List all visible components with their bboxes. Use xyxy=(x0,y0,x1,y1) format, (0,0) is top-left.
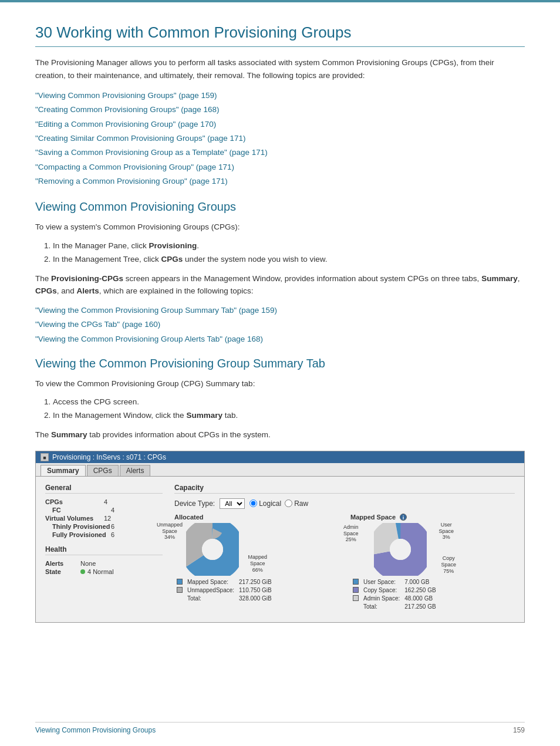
radio-logical[interactable]: Logical xyxy=(249,499,281,508)
mapped-swatch xyxy=(177,579,183,585)
copy-swatch xyxy=(353,587,359,593)
state-value: 4 Normal xyxy=(80,568,114,575)
fc-row: FC 4 xyxy=(45,507,163,514)
vv-label: Virtual Volumes xyxy=(45,515,104,522)
copy-pie-label: CopySpace75% xyxy=(441,555,456,574)
radio-logical-label: Logical xyxy=(259,499,281,508)
page-container: 30 Working with Common Provisioning Grou… xyxy=(0,0,560,746)
tab-summary[interactable]: Summary xyxy=(41,465,86,476)
unmapped-pie-label: UnmappedSpace34% xyxy=(157,522,183,541)
state-text: 4 Normal xyxy=(87,568,114,575)
toc-link-3[interactable]: "Editing a Common Provisioning Group" (p… xyxy=(35,117,525,131)
toc-link-5[interactable]: "Saving a Common Provisioning Group as a… xyxy=(35,146,525,160)
mapped-space-chart-section: Mapped Space i xyxy=(350,514,515,610)
section2-intro: To view the Common Provisioning Group (C… xyxy=(35,377,525,390)
titlebar-icon: ■ xyxy=(41,453,49,461)
section1-links: "Viewing the Common Provisioning Group S… xyxy=(35,303,525,346)
info-icon: i xyxy=(400,514,407,521)
device-type-label: Device Type: xyxy=(174,499,215,508)
thinly-value: 6 xyxy=(111,523,114,530)
user-pie-label: UserSpace3% xyxy=(438,522,454,541)
alerts-value: None xyxy=(80,560,96,567)
general-title: General xyxy=(45,484,163,494)
vv-value: 12 xyxy=(104,515,111,522)
mapped-space-label: Mapped Space i xyxy=(350,514,515,521)
svg-point-6 xyxy=(390,539,411,560)
footer-section-label: Viewing Common Provisioning Groups xyxy=(35,726,156,734)
admin-pie-label: AdminSpace25% xyxy=(343,524,359,543)
state-row: State 4 Normal xyxy=(45,568,163,575)
toc-link-1[interactable]: "Viewing Common Provisioning Groups" (pa… xyxy=(35,89,525,103)
toc-link-7[interactable]: "Removing a Common Provisioning Group" (… xyxy=(35,174,525,188)
radio-group: Logical Raw xyxy=(249,499,308,508)
toc-link-6[interactable]: "Compacting a Common Provisioning Group"… xyxy=(35,160,525,174)
virtual-volumes-row: Virtual Volumes 12 xyxy=(45,515,163,522)
radio-raw-label: Raw xyxy=(294,499,308,508)
copy-legend-label: Copy Space: xyxy=(361,586,402,595)
unmapped-legend-label: UnmappedSpace: xyxy=(185,586,237,595)
tab-alerts[interactable]: Alerts xyxy=(120,465,151,476)
section1-steps: In the Manager Pane, click Provisioning.… xyxy=(53,239,525,266)
screenshot-tabs: Summary CPGs Alerts xyxy=(36,463,524,477)
section2-title: Viewing the Common Provisioning Group Su… xyxy=(35,357,525,370)
sub-link-1[interactable]: "Viewing the Common Provisioning Group S… xyxy=(35,303,525,318)
state-label: State xyxy=(45,568,80,575)
unmapped-legend-value: 110.750 GiB xyxy=(237,586,274,595)
section2-body: The Summary tab provides information abo… xyxy=(35,428,525,441)
chapter-title: 30 Working with Common Provisioning Grou… xyxy=(35,23,525,47)
thinly-row: Thinly Provisioned 6 xyxy=(45,523,163,530)
allocated-legend: Mapped Space: 217.250 GiB UnmappedSpace:… xyxy=(174,578,274,602)
intro-paragraph: The Provisioning Manager allows you to p… xyxy=(35,56,525,82)
charts-row: Allocated UnmappedSpace34% xyxy=(174,514,515,610)
sub-link-3[interactable]: "Viewing the Common Provisioning Group A… xyxy=(35,332,525,346)
mapped-space-legend: User Space: 7.000 GB Copy Space: 162.250… xyxy=(350,578,438,610)
step-item: Access the CPG screen. xyxy=(53,396,525,409)
alerts-label: Alerts xyxy=(45,560,80,567)
admin-legend-value: 48.000 GB xyxy=(402,595,438,603)
state-dot xyxy=(80,569,85,574)
screenshot-box: ■ Provisioning : InServs : s071 : CPGs S… xyxy=(35,451,525,623)
capacity-panel: Capacity Device Type: All Logical Raw xyxy=(174,484,515,615)
toc-link-4[interactable]: "Creating Similar Common Provisioning Gr… xyxy=(35,131,525,146)
fc-label: FC xyxy=(52,507,111,514)
radio-raw[interactable]: Raw xyxy=(285,499,308,508)
sub-link-2[interactable]: "Viewing the CPGs Tab" (page 160) xyxy=(35,318,525,332)
fully-label: Fully Provisioned xyxy=(52,531,111,538)
total-legend-label1: Total: xyxy=(185,595,237,602)
health-section: Health Alerts None State 4 Normal xyxy=(45,545,163,575)
top-border xyxy=(0,0,560,2)
copy-legend-value: 162.250 GB xyxy=(402,586,438,595)
toc-links: "Viewing Common Provisioning Groups" (pa… xyxy=(35,89,525,188)
capacity-title: Capacity xyxy=(174,484,515,494)
radio-raw-input[interactable] xyxy=(285,499,292,507)
section1-body: The Provisioning-CPGs screen appears in … xyxy=(35,272,525,298)
cpgs-value: 4 xyxy=(104,498,107,505)
section2-steps: Access the CPG screen. In the Management… xyxy=(53,396,525,423)
admin-swatch xyxy=(353,595,359,601)
tab-cpgs[interactable]: CPGs xyxy=(87,465,119,476)
thinly-label: Thinly Provisioned xyxy=(52,523,111,530)
user-legend-label: User Space: xyxy=(361,578,402,586)
admin-legend-label: Admin Space: xyxy=(361,595,402,603)
device-type-select[interactable]: All xyxy=(220,498,245,509)
total-legend-value2: 217.250 GB xyxy=(402,603,438,610)
titlebar-text: Provisioning : InServs : s071 : CPGs xyxy=(52,453,166,461)
step-item: In the Management Window, click the Summ… xyxy=(53,409,525,423)
step-item: In the Manager Pane, click Provisioning. xyxy=(53,239,525,253)
step-item: In the Management Tree, click CPGs under… xyxy=(53,253,525,266)
fc-value: 4 xyxy=(111,507,114,514)
radio-logical-input[interactable] xyxy=(249,499,257,507)
footer-page-number: 159 xyxy=(513,726,525,734)
screenshot-titlebar: ■ Provisioning : InServs : s071 : CPGs xyxy=(36,451,524,463)
fully-row: Fully Provisioned 6 xyxy=(45,531,163,538)
toc-link-2[interactable]: "Creating Common Provisioning Groups" (p… xyxy=(35,103,525,117)
section1-intro: To view a system's Common Provisioning G… xyxy=(35,221,525,234)
total-legend-label2: Total: xyxy=(361,603,402,610)
allocated-chart-section: Allocated UnmappedSpace34% xyxy=(174,514,339,610)
page-footer: Viewing Common Provisioning Groups 159 xyxy=(35,722,525,734)
screenshot-content: General CPGs 4 FC 4 Virtual Volumes 12 T… xyxy=(36,477,524,622)
mapped-legend-label: Mapped Space: xyxy=(185,578,237,586)
device-type-row: Device Type: All Logical Raw xyxy=(174,498,515,509)
health-title: Health xyxy=(45,545,163,555)
unmapped-swatch xyxy=(177,587,183,593)
